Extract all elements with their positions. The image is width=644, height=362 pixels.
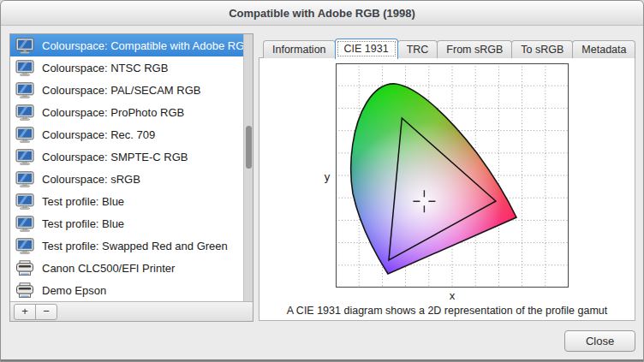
- add-profile-button[interactable]: +: [14, 304, 36, 320]
- monitor-icon: [15, 149, 34, 165]
- tab-to-srgb[interactable]: To sRGB: [511, 40, 573, 58]
- monitor-icon: [15, 38, 34, 54]
- monitor-icon: [15, 193, 34, 210]
- monitor-icon: [15, 171, 34, 187]
- list-item-label: Colourspace: NTSC RGB: [42, 62, 168, 74]
- list-item[interactable]: Colourspace: SMPTE-C RGB: [10, 145, 243, 168]
- list-item[interactable]: Colourspace: PAL/SECAM RGB: [10, 79, 243, 101]
- tab-bar: InformationCIE 1931TRCFrom sRGBTo sRGBMe…: [263, 38, 635, 58]
- diagram-caption: A CIE 1931 diagram shows a 2D representa…: [259, 305, 635, 317]
- close-button[interactable]: Close: [564, 330, 635, 352]
- window-title: Compatible with Adobe RGB (1998): [229, 7, 415, 20]
- tab-metadata[interactable]: Metadata: [572, 40, 635, 58]
- list-item[interactable]: Colourspace: NTSC RGB: [10, 56, 243, 79]
- tab-trc[interactable]: TRC: [397, 40, 438, 58]
- window-bottom-edge: [1, 359, 643, 361]
- list-item-label: Colourspace: ProPhoto RGB: [42, 106, 184, 119]
- x-axis-label: x: [336, 289, 569, 302]
- profile-list: Colourspace: Compatible with Adobe RGB (…: [10, 34, 243, 301]
- profile-list-panel: Colourspace: Compatible with Adobe RGB (…: [9, 33, 253, 322]
- list-item-label: Test profile: Swapped Red and Green: [42, 240, 228, 252]
- list-item[interactable]: Colourspace: Rec. 709: [10, 123, 243, 145]
- cie-tab-content: y x A CIE 1931 diagram shows a 2D repres…: [259, 57, 635, 321]
- printer-icon: [15, 282, 34, 299]
- monitor-icon: [15, 238, 34, 254]
- monitor-icon: [15, 104, 34, 121]
- list-item-label: Colourspace: sRGB: [42, 173, 140, 186]
- list-item[interactable]: Colourspace: ProPhoto RGB: [10, 101, 243, 123]
- monitor-icon: [15, 127, 34, 143]
- list-item-label: Demo Epson: [42, 284, 106, 297]
- list-item[interactable]: Colourspace: Compatible with Adobe RGB (…: [10, 34, 243, 56]
- color-profile-dialog: Compatible with Adobe RGB (1998) Colours…: [0, 0, 644, 362]
- tab-from-srgb[interactable]: From sRGB: [437, 40, 512, 58]
- tab-cie-1931[interactable]: CIE 1931: [335, 39, 398, 59]
- monitor-icon: [15, 216, 34, 232]
- list-item[interactable]: Test profile: Blue: [10, 212, 243, 234]
- monitor-icon: [15, 60, 34, 76]
- y-axis-label: y: [321, 170, 333, 183]
- list-item[interactable]: Test profile: Blue: [10, 190, 243, 212]
- list-scrollbar-thumb[interactable]: [246, 126, 252, 169]
- printer-icon: [15, 260, 34, 276]
- list-item-label: Colourspace: Compatible with Adobe RGB (…: [42, 39, 243, 52]
- list-item[interactable]: Colourspace: sRGB: [10, 168, 243, 190]
- list-item-label: Test profile: Blue: [42, 195, 124, 208]
- titlebar: Compatible with Adobe RGB (1998): [1, 1, 643, 26]
- list-item[interactable]: Test profile: Swapped Red and Green: [10, 234, 243, 257]
- list-item[interactable]: Canon CLC500/EFI Printer: [10, 257, 243, 279]
- list-item[interactable]: Demo Epson: [10, 279, 243, 301]
- monitor-icon: [15, 82, 34, 98]
- tab-information[interactable]: Information: [263, 40, 336, 58]
- list-toolbar: + −: [10, 301, 253, 321]
- list-item-label: Colourspace: Rec. 709: [42, 128, 155, 141]
- list-item-label: Colourspace: PAL/SECAM RGB: [42, 84, 200, 97]
- list-item-label: Canon CLC500/EFI Printer: [42, 262, 175, 275]
- list-item-label: Colourspace: SMPTE-C RGB: [42, 151, 188, 163]
- list-scrollbar-track[interactable]: [243, 34, 253, 301]
- cie-1931-diagram: [336, 63, 569, 288]
- list-item-label: Test profile: Blue: [42, 217, 124, 230]
- remove-profile-button[interactable]: −: [35, 304, 57, 320]
